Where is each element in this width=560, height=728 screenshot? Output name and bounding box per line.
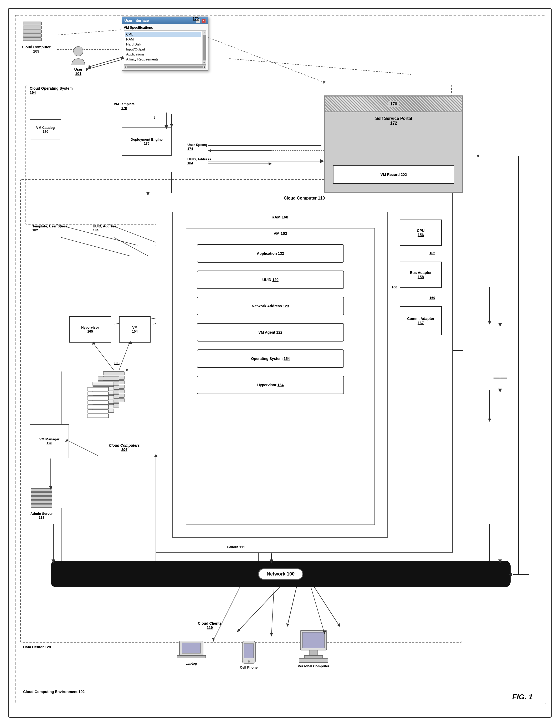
svg-marker-90 bbox=[323, 80, 325, 84]
svg-rect-29 bbox=[23, 22, 42, 25]
svg-line-126 bbox=[311, 587, 324, 632]
vm-102-box: VM 102 Application 132 UUID 120 Network … bbox=[186, 228, 375, 525]
close-button[interactable]: ✕ bbox=[202, 19, 206, 23]
svg-rect-72 bbox=[244, 644, 254, 658]
svg-line-85 bbox=[57, 30, 122, 35]
ui-num-label: 170 bbox=[193, 17, 199, 21]
label-162: 162 bbox=[429, 251, 435, 255]
cloud-computer-top: Cloud Computer 109 bbox=[22, 21, 51, 53]
admin-server-icon bbox=[30, 487, 53, 511]
uuid-box: UUID 120 bbox=[197, 271, 344, 289]
svg-rect-42 bbox=[98, 377, 119, 380]
svg-line-5 bbox=[230, 59, 411, 74]
svg-line-122 bbox=[214, 587, 240, 640]
vm-manager-box: VM Manager 126 bbox=[30, 424, 69, 458]
svg-rect-66 bbox=[31, 500, 52, 503]
arrow-down-vm-template: ↓ bbox=[153, 114, 156, 120]
svg-rect-61 bbox=[88, 410, 109, 413]
laptop-icon bbox=[177, 640, 206, 661]
svg-rect-35 bbox=[103, 371, 124, 375]
bus-adapter-box: Bus Adapter 158 bbox=[400, 262, 442, 288]
spec-io[interactable]: Input/Output bbox=[125, 47, 201, 52]
cloud-computer-top-label: Cloud Computer 109 bbox=[22, 45, 51, 53]
spec-cpu[interactable]: CPU bbox=[125, 32, 201, 37]
server-stacks-icon bbox=[88, 366, 161, 445]
spec-ram[interactable]: RAM bbox=[125, 37, 201, 42]
svg-marker-121 bbox=[498, 389, 502, 393]
pc-label: Personal Computer bbox=[298, 664, 329, 668]
svg-marker-84 bbox=[320, 159, 324, 163]
vm-104-box: VM 104 bbox=[119, 316, 151, 343]
svg-marker-118 bbox=[498, 323, 502, 327]
svg-line-22 bbox=[287, 582, 298, 627]
hypervisor-164-box: Hypervisor 164 bbox=[197, 376, 344, 394]
vm-specs-label: VM Specifications bbox=[124, 26, 206, 29]
user-icon bbox=[69, 45, 88, 67]
svg-rect-65 bbox=[31, 496, 52, 500]
svg-rect-32 bbox=[23, 34, 42, 37]
vm-template-label: VM Template 178 bbox=[114, 102, 135, 110]
fig-label: FIG. 1 bbox=[512, 693, 533, 701]
cloud-computing-env-label: Cloud Computing Environment 192 bbox=[23, 690, 85, 694]
svg-line-94 bbox=[114, 237, 148, 256]
operating-system-box: Operating System 154 bbox=[197, 349, 344, 368]
network-address-box: Network Address 123 bbox=[197, 297, 344, 315]
ui-window: User Interface _ ✕ VM Specifications CPU… bbox=[122, 17, 209, 71]
cell-phone-label: Cell Phone bbox=[240, 665, 258, 669]
svg-line-23 bbox=[311, 582, 340, 627]
admin-server-area: Admin Server 118 bbox=[30, 487, 53, 520]
svg-rect-56 bbox=[88, 387, 109, 391]
svg-rect-77 bbox=[304, 655, 323, 658]
ssp-title: Self Service Portal 172 bbox=[325, 112, 462, 130]
callout-label: Callout 111 bbox=[227, 545, 245, 549]
ssp-header: 170 bbox=[325, 96, 462, 112]
label-108: 108 bbox=[114, 361, 120, 365]
spec-applications[interactable]: Applications bbox=[125, 52, 201, 57]
svg-rect-67 bbox=[31, 504, 52, 507]
svg-point-73 bbox=[248, 660, 250, 663]
svg-line-93 bbox=[61, 237, 130, 256]
svg-line-21 bbox=[237, 582, 284, 632]
laptop-label: Laptop bbox=[177, 661, 206, 665]
svg-rect-30 bbox=[23, 26, 42, 29]
spec-harddisk[interactable]: Hard Disk bbox=[125, 42, 201, 47]
svg-rect-62 bbox=[88, 414, 109, 418]
ram-box: RAM 168 VM 102 Application 132 UUID 120 … bbox=[172, 212, 388, 538]
data-center-label: Data Center 128 bbox=[23, 645, 51, 649]
pc-icon bbox=[298, 629, 329, 663]
main-diagram: Cloud Computer 109 User 101 User Interfa… bbox=[8, 8, 552, 718]
svg-rect-76 bbox=[309, 650, 317, 655]
vm-catalog-box: VM Catalog 180 bbox=[30, 119, 61, 140]
cloud-computer-main: Cloud Computer 110 RAM 168 VM 102 Applic… bbox=[156, 193, 453, 553]
laptop-area: Laptop bbox=[177, 640, 206, 665]
cellphone-icon bbox=[241, 640, 257, 665]
svg-rect-31 bbox=[23, 30, 42, 33]
svg-rect-63 bbox=[31, 488, 52, 492]
template-userspecs-label: Template, User Specs 182 bbox=[32, 224, 68, 232]
svg-rect-70 bbox=[177, 655, 206, 658]
svg-rect-78 bbox=[299, 659, 328, 663]
user-specs-label: User Specs 174 bbox=[187, 143, 206, 151]
label-160: 160 bbox=[429, 296, 435, 300]
deployment-engine-box: Deployment Engine 176 bbox=[122, 127, 172, 156]
svg-marker-123 bbox=[212, 638, 215, 642]
svg-line-11 bbox=[109, 224, 164, 245]
svg-marker-125 bbox=[270, 633, 273, 637]
hypervisor-165-box: Hypervisor 165 bbox=[69, 316, 111, 343]
label-166: 166 bbox=[391, 285, 397, 289]
svg-marker-92 bbox=[146, 192, 150, 196]
svg-marker-87 bbox=[88, 65, 92, 69]
svg-rect-49 bbox=[93, 382, 114, 386]
vm-record-box: VM Record 202 bbox=[333, 165, 454, 184]
cloud-computers-group: Cloud Computers 106 bbox=[88, 366, 161, 452]
server-icon bbox=[22, 21, 43, 44]
spec-affinity[interactable]: Affinity Requirements bbox=[125, 57, 201, 62]
svg-point-34 bbox=[74, 47, 83, 56]
svg-rect-59 bbox=[88, 401, 109, 404]
svg-rect-64 bbox=[31, 492, 52, 496]
cellphone-area: Cell Phone bbox=[240, 640, 258, 669]
application-box: Application 132 bbox=[197, 244, 344, 263]
vm-agent-box: VM Agent 122 bbox=[197, 323, 344, 342]
svg-line-89 bbox=[209, 38, 324, 82]
svg-line-124 bbox=[272, 587, 274, 634]
